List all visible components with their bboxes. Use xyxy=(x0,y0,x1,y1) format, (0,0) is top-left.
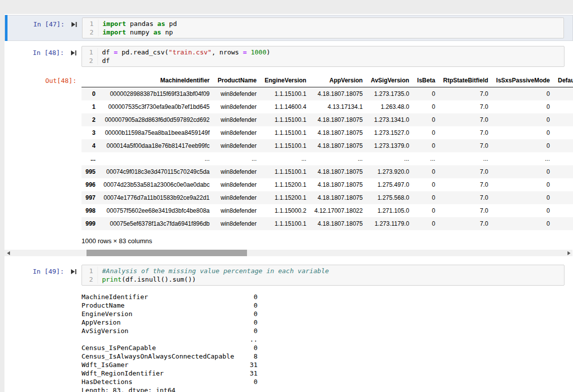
code-token: numpy xyxy=(126,28,154,36)
table-cell: 0 xyxy=(413,139,439,152)
table-cell: 0 xyxy=(413,178,439,191)
table-cell: 7.0 xyxy=(439,113,492,126)
code-token: ) xyxy=(266,48,270,56)
run-cell-icon[interactable] xyxy=(70,49,76,56)
scrollbar-track[interactable] xyxy=(12,250,565,256)
table-cell: win8defender xyxy=(214,87,260,101)
table-cell: 7.0 xyxy=(439,139,492,152)
table-cell: 0 xyxy=(492,204,554,217)
table-cell: 4.18.1807.18075 xyxy=(310,113,367,126)
scroll-left-arrow-icon[interactable] xyxy=(4,250,12,256)
table-cell: 1.273.920.0 xyxy=(366,165,413,178)
row-index: ... xyxy=(82,152,100,165)
line-number: 2 xyxy=(82,275,98,284)
table-cell: 7.0 xyxy=(439,204,492,217)
notebook: In [47]: 1import pandas as pd2import num… xyxy=(4,14,573,392)
table-cell: 1.1.15200.1 xyxy=(260,191,310,204)
table-cell: win8defender xyxy=(214,217,260,230)
table-row: ........................... xyxy=(82,152,573,165)
table-cell: 0 xyxy=(492,139,554,152)
code-cell-47[interactable]: In [47]: 1import pandas as pd2import num… xyxy=(4,15,573,41)
input-prompt-label: In [49]: xyxy=(32,268,64,275)
table-cell: 4.18.1807.18075 xyxy=(310,178,367,191)
table-cell: ... xyxy=(439,152,492,165)
code-cell-49[interactable]: In [49]: 1#Analysis of the missing value… xyxy=(4,263,573,288)
table-row: 99600074d23b53a581a23006c0e0ae0dabcwin8d… xyxy=(82,178,573,191)
table-cell: 00074c9f018c3e3d470115c70249c5da xyxy=(100,165,214,178)
table-row: 99700074e1776d7a11b01583b92ce9a22d1win8d… xyxy=(82,191,573,204)
table-cell: ... xyxy=(310,152,367,165)
output-prompt-label: Out[48]: xyxy=(45,77,76,84)
code-editor-49[interactable]: 1#Analysis of the missing value percenta… xyxy=(82,265,564,286)
code-token: as xyxy=(158,20,166,27)
table-cell: 7.0 xyxy=(439,100,492,113)
table-cell: ... xyxy=(100,152,214,165)
table-cell: 4.18.1807.18075 xyxy=(310,139,367,152)
table-cell: 0 xyxy=(492,126,554,139)
code-editor-48[interactable]: 1df = pd.read_csv("train.csv", nrows = 1… xyxy=(82,46,564,67)
table-cell: 1.1.15000.2 xyxy=(260,204,310,217)
code-editor-47[interactable]: 1import pandas as pd2import numpy as np xyxy=(82,17,564,38)
table-cell: 4.12.17007.18022 xyxy=(310,204,367,217)
table-cell: 4.18.1807.18075 xyxy=(310,87,367,101)
table-cell: ... xyxy=(413,152,439,165)
code-text: print(df.isnull().sum()) xyxy=(98,275,196,284)
table-cell: 000007535c3f730efa9ea0b7ef1bd645 xyxy=(100,100,214,113)
table-cell: 0 xyxy=(492,191,554,204)
stdout-text: MachineIdentifier 0 ProductName 0 Engine… xyxy=(82,292,573,392)
column-header xyxy=(82,74,100,87)
table-cell: 1.275.568.0 xyxy=(366,191,413,204)
code-token: pd xyxy=(165,20,176,27)
table-cell: 7.0 xyxy=(439,191,492,204)
column-header: EngineVersion xyxy=(260,74,310,87)
column-header: IsSxsPassiveMode xyxy=(492,74,554,87)
scrollbar-thumb[interactable] xyxy=(86,250,247,256)
table-cell xyxy=(554,139,573,152)
scroll-right-arrow-icon[interactable] xyxy=(565,250,572,256)
table-cell: 1.1.15100.1 xyxy=(260,87,310,101)
run-cell-icon[interactable] xyxy=(71,21,77,27)
row-index: 1 xyxy=(82,100,100,113)
code-text: import numpy as np xyxy=(98,28,173,36)
table-cell: 4.18.1807.18075 xyxy=(310,191,367,204)
table-cell: 0 xyxy=(413,204,439,217)
dataframe-output: MachineIdentifierProductNameEngineVersio… xyxy=(82,74,573,245)
column-header: RtpStateBitfield xyxy=(439,74,492,87)
table-row: 99500074c9f018c3e3d470115c70249c5dawin8d… xyxy=(82,165,573,178)
table-row: 300000b11598a75ea8ba1beea8459149fwin8def… xyxy=(82,126,573,139)
table-cell: 0 xyxy=(492,113,554,126)
code-line: 2import numpy as np xyxy=(82,28,564,36)
code-token: (df.isnull().sum()) xyxy=(122,276,196,283)
code-text: #Analysis of the missing value percentag… xyxy=(98,267,329,275)
code-token: pd.read_csv( xyxy=(118,48,168,56)
code-token: #Analysis of the missing value percentag… xyxy=(102,267,329,275)
row-index: 995 xyxy=(82,165,100,178)
table-cell: 0 xyxy=(492,100,554,113)
code-line: 1#Analysis of the missing value percenta… xyxy=(82,267,564,275)
horizontal-scrollbar[interactable] xyxy=(4,250,572,256)
table-cell: 7.0 xyxy=(439,165,492,178)
table-cell: 00000b11598a75ea8ba1beea8459149f xyxy=(100,126,214,139)
table-cell: 00075e5ef6378f1a3c7fda6941f896db xyxy=(100,217,214,230)
column-header: ProductName xyxy=(214,74,260,87)
code-line: 1df = pd.read_csv("train.csv", nrows = 1… xyxy=(82,48,564,56)
code-token: import xyxy=(102,28,126,36)
table-cell: win8defender xyxy=(214,113,260,126)
table-cell: win8defender xyxy=(214,165,260,178)
table-cell: win8defender xyxy=(214,100,260,113)
input-prompt-label: In [47]: xyxy=(33,20,64,28)
table-cell: 1.1.15100.1 xyxy=(260,113,310,126)
table-cell: win8defender xyxy=(214,126,260,139)
code-token: as xyxy=(154,28,162,36)
table-cell: ... xyxy=(214,152,260,165)
table-cell: 0 xyxy=(413,217,439,230)
row-index: 0 xyxy=(82,87,100,101)
code-text: import pandas as pd xyxy=(98,19,177,28)
code-token: "train.csv" xyxy=(168,48,212,56)
code-cell-48[interactable]: In [48]: 1df = pd.read_csv("train.csv", … xyxy=(4,44,573,69)
table-cell xyxy=(554,87,573,101)
table-cell: 1.273.1527.0 xyxy=(366,126,413,139)
code-token: = xyxy=(243,48,247,56)
run-cell-icon[interactable] xyxy=(70,268,76,275)
table-cell: ... xyxy=(492,152,554,165)
